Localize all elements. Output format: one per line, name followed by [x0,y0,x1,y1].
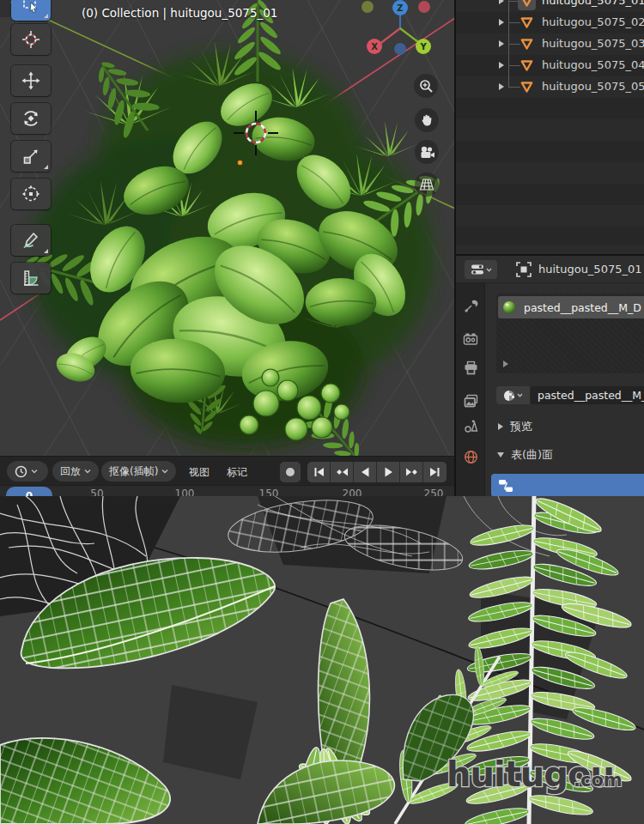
jump-to-end-button[interactable] [423,462,447,482]
auto-key-record-button[interactable] [280,462,301,482]
outliner-item[interactable]: huitugou_5075_04 [456,55,644,76]
browse-material-button[interactable] [496,386,531,404]
play-button[interactable] [377,462,400,482]
surface-shader-field[interactable] [491,474,644,496]
wireframe-preview-image: huitugou .com [0,496,644,824]
keying-menu-button[interactable]: 抠像(插帧) [101,461,176,482]
viewport-header-text: (0) Collection | huitugou_5075_01 [82,6,277,20]
keying-menu-label: 抠像(插帧) [109,464,158,479]
editor-divider-vertical[interactable] [454,0,456,496]
subtool-corner [44,249,48,253]
plant-model[interactable] [0,0,455,456]
expand-arrow-icon[interactable] [499,0,504,4]
current-frame-indicator[interactable]: 0 [6,487,52,496]
expand-arrow-icon[interactable] [499,40,504,47]
previous-keyframe-button[interactable] [331,462,354,482]
outliner-item-label: huitugou_5075_05 [542,80,644,93]
slot-specials-arrow-icon[interactable] [503,360,508,367]
tool-select-box[interactable] [11,0,51,21]
axis-neg-z-ball[interactable] [394,43,406,55]
outliner-item[interactable]: huitugou_5075_03 [456,33,644,55]
view-menu[interactable]: 视图 [189,465,210,480]
outliner-item[interactable]: huitugou_5075_02 [456,12,644,33]
camera-view-icon[interactable] [415,140,439,164]
panel-surface-header[interactable]: 表(曲)面 [490,446,644,464]
tool-annotate[interactable] [11,225,51,256]
panel-preview-header[interactable]: 预览 [490,418,644,435]
ruler-tick: 100 [175,488,195,496]
outliner-editor[interactable]: huitugou_5075_01 huitugou_5075_02 huitug… [456,0,644,254]
jump-to-start-button[interactable] [307,462,331,482]
properties-editor-type-button[interactable] [465,260,497,279]
object-origin-dot [237,160,243,166]
timeline-ruler[interactable]: 0 50 100 150 200 250 [0,485,455,496]
record-icon [285,467,295,477]
collapsed-arrow-icon [498,423,503,430]
tab-output[interactable] [459,356,482,379]
outliner-item[interactable]: huitugou_5075_01 [456,0,644,12]
axis-neg-x-ball[interactable] [418,1,430,13]
subtool-corner [44,165,48,169]
perspective-grid-icon[interactable] [415,173,439,197]
ruler-tick: 150 [259,488,279,496]
tool-move[interactable] [11,65,51,96]
outliner-item-label: huitugou_5075_03 [542,37,644,50]
expand-arrow-icon[interactable] [499,83,504,90]
material-sphere-icon [502,300,516,314]
axis-x-ball[interactable]: X [367,39,382,54]
timeline-editor[interactable]: 回放 抠像(插帧) 视图 标记 [0,456,455,496]
chevron-down-icon [486,268,492,272]
tool-transform[interactable] [11,179,51,209]
chevron-down-icon [31,469,38,474]
axis-z-ball[interactable]: Z [392,0,408,15]
material-slot-name: pasted__pasted__M_D [524,301,641,314]
play-reverse-button[interactable] [354,462,377,482]
expanded-arrow-icon [497,452,504,457]
zoom-icon[interactable] [414,74,438,98]
marker-menu[interactable]: 标记 [227,465,247,480]
material-name-field[interactable]: pasted__pasted__M_ [531,386,644,404]
outliner-item[interactable]: huitugou_5075_05 [456,76,644,98]
tab-view-layer[interactable] [459,390,482,412]
timeline-editor-type-button[interactable] [7,461,48,482]
ruler-tick: 50 [90,488,103,496]
axis-y-label: Y [420,42,426,52]
material-slot-selected[interactable]: pasted__pasted__M_D [498,296,644,318]
tool-rotate[interactable] [11,103,51,134]
ruler-tick: 200 [343,488,362,496]
mesh-triangle-icon [520,39,533,50]
tab-render[interactable] [459,328,482,350]
properties-editor[interactable]: huitugou_5075_01 [456,256,644,496]
wireframe-render: huitugou .com [0,496,644,824]
blender-screenshot: (0) Collection | huitugou_5075_01 [0,0,644,824]
tab-scene[interactable] [459,415,482,437]
panel-surface-label: 表(曲)面 [511,447,553,463]
material-slot-list[interactable]: pasted__pasted__M_D [496,294,644,373]
transport-controls [307,462,447,482]
axis-y-ball[interactable]: Y [416,39,431,54]
mesh-triangle-icon [520,0,533,7]
nodetree-icon [498,479,513,493]
playback-menu-label: 回放 [60,464,81,479]
properties-tab-column [456,283,485,496]
cursor-3d [232,109,280,157]
pan-hand-icon[interactable] [415,108,439,132]
object-icon [515,261,532,278]
viewport-3d[interactable]: (0) Collection | huitugou_5075_01 [0,0,455,456]
tab-tool[interactable] [459,294,482,317]
watermark: huitugou .com [447,754,623,794]
expand-arrow-icon[interactable] [499,19,504,26]
editor-divider-horizontal[interactable] [456,254,644,256]
browse-material-icon [503,390,515,402]
subtool-corner [44,14,48,18]
tool-cursor[interactable] [11,24,51,55]
tool-scale[interactable] [11,141,51,172]
next-keyframe-button[interactable] [400,462,423,482]
axis-neg-y-ball[interactable] [361,1,374,13]
tab-world[interactable] [459,445,482,468]
expand-arrow-icon[interactable] [499,62,504,69]
outliner-item-label: huitugou_5075_04 [542,58,644,71]
tool-measure[interactable] [11,263,51,294]
chevron-down-icon [84,469,91,474]
playback-menu-button[interactable]: 回放 [52,461,99,482]
